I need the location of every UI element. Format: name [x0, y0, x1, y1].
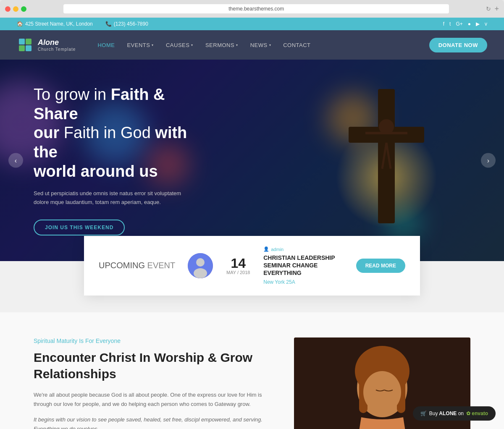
section-desc-1: We're all about people because God is al…	[34, 390, 269, 409]
topbar: 🏠 425 Street Name, UK, London 📞 (123) 45…	[0, 18, 504, 30]
hero-title-line3: world around us	[34, 162, 158, 180]
event-day: 14	[226, 256, 251, 270]
donate-button[interactable]: DONATE NOW	[429, 38, 487, 52]
browser-window: theme.bearsthemes.com ↻ + 🏠 425 Street N…	[0, 0, 504, 429]
hero-cross	[302, 60, 470, 261]
nav-menu: HOME EVENTS ▾ CAUSES ▾ SERMONS ▾ NEWS ▾ …	[92, 34, 429, 57]
hero-prev-button[interactable]: ‹	[8, 153, 23, 168]
upcoming-event-bar: UPCOMING EVENT 14 MAY / 2018 👤 admin	[84, 236, 420, 296]
event-location: New York 25A	[263, 279, 343, 285]
svg-rect-3	[26, 45, 32, 51]
svg-rect-1	[26, 39, 32, 44]
address-icon: 🏠	[17, 21, 23, 27]
address-info: 🏠 425 Street Name, UK, London	[17, 21, 93, 27]
nav-contact[interactable]: CONTACT	[278, 34, 315, 57]
event-details: 👤 admin CHRISTIAN LEADERSHIP SEMINAR CHA…	[263, 246, 343, 285]
hero-cta-button[interactable]: JOIN US THIS WEEKEND	[34, 220, 125, 235]
section-text: Spiritual Maturity Is For Everyone Encou…	[34, 337, 269, 429]
svg-point-13	[194, 268, 207, 278]
logo-text: Alone Church Template	[38, 38, 76, 52]
hero-section: To grow in Faith & Share our Faith in Go…	[0, 60, 504, 261]
event-title: CHRISTIAN LEADERSHIP SEMINAR CHANGE EVER…	[263, 254, 343, 277]
youtube-icon[interactable]: ▶	[476, 21, 480, 27]
event-avatar	[188, 253, 213, 278]
events-caret: ▾	[152, 43, 154, 47]
svg-rect-5	[378, 89, 395, 223]
nav-sermons[interactable]: SERMONS ▾	[200, 34, 243, 57]
phone-text: (123) 456-7890	[114, 21, 148, 27]
pinterest-icon[interactable]: ●	[468, 21, 471, 27]
envato-icon: ✿ envato	[466, 411, 488, 416]
hero-title-line1: To grow in Faith & Share	[34, 86, 165, 123]
event-month: MAY / 2018	[226, 270, 251, 275]
twitter-icon[interactable]: t	[449, 21, 451, 27]
svg-rect-0	[19, 39, 25, 44]
nav-news[interactable]: NEWS ▾	[245, 34, 276, 57]
user-icon: 👤	[263, 246, 269, 252]
cart-icon: 🛒	[420, 411, 427, 416]
nav-home[interactable]: HOME	[92, 34, 120, 57]
phone-info: 📞 (123) 456-7890	[105, 21, 148, 27]
news-caret: ▾	[269, 43, 271, 47]
vimeo-icon[interactable]: v	[485, 21, 487, 27]
logo-icon	[17, 37, 34, 53]
address-bar[interactable]: theme.bearsthemes.com	[63, 4, 449, 13]
website-content: 🏠 425 Street Name, UK, London 📞 (123) 45…	[0, 18, 504, 429]
navbar: Alone Church Template HOME EVENTS ▾ CAUS…	[0, 30, 504, 60]
svg-rect-2	[19, 45, 25, 51]
hero-title-line2: our Faith in God with the	[34, 124, 187, 161]
hero-description: Sed ut perspiciatis unde omnis iste natu…	[34, 189, 193, 207]
social-links: f t G+ ● ▶ v	[443, 21, 487, 27]
event-date: 14 MAY / 2018	[226, 256, 251, 275]
svg-point-19	[363, 371, 401, 413]
logo-subtitle: Church Template	[38, 47, 76, 52]
cross-svg	[323, 72, 449, 249]
new-tab-button[interactable]: +	[494, 5, 499, 13]
minimize-dot[interactable]	[13, 6, 18, 12]
close-dot[interactable]	[5, 6, 10, 12]
hero-content: To grow in Faith & Share our Faith in Go…	[0, 85, 244, 235]
nav-events[interactable]: EVENTS ▾	[122, 34, 159, 57]
nav-causes[interactable]: CAUSES ▾	[161, 34, 198, 57]
hero-title: To grow in Faith & Share our Faith in Go…	[34, 85, 210, 181]
section-subtitle: Spiritual Maturity Is For Everyone	[34, 337, 269, 344]
address-text: 425 Street Name, UK, London	[25, 21, 93, 27]
read-more-button[interactable]: READ MORE	[356, 259, 405, 273]
hero-next-button[interactable]: ›	[481, 153, 496, 168]
phone-icon: 📞	[105, 21, 112, 27]
sermons-caret: ▾	[236, 43, 238, 47]
logo-name: Alone	[38, 38, 76, 47]
causes-caret: ▾	[191, 43, 193, 47]
facebook-icon[interactable]: f	[443, 21, 444, 27]
section-desc-2: It begins with our vision to see people …	[34, 415, 269, 429]
maximize-dot[interactable]	[21, 6, 26, 12]
logo[interactable]: Alone Church Template	[17, 30, 76, 60]
section-title: Encounter Christ In Worship & Grow Relat…	[34, 349, 269, 382]
buy-text: Buy ALONE on	[429, 411, 464, 416]
refresh-icon[interactable]: ↻	[486, 5, 491, 12]
event-author: 👤 admin	[263, 246, 343, 252]
googleplus-icon[interactable]: G+	[456, 21, 462, 27]
upcoming-label: UPCOMING EVENT	[99, 261, 175, 270]
svg-point-12	[196, 258, 205, 267]
buy-badge[interactable]: 🛒 Buy ALONE on ✿ envato	[413, 406, 496, 421]
